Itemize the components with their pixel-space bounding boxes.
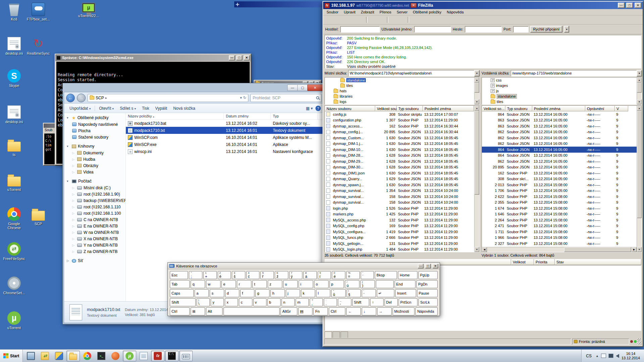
local-file-row[interactable]: MySQL_access.php 132 Soubor PHP 13.12.20… — [325, 217, 479, 223]
expand-icon[interactable]: ▷ — [72, 218, 76, 221]
sidebar-item[interactable]: Stažené soubory — [64, 134, 126, 140]
burn-button[interactable]: Vypálit — [153, 105, 170, 112]
keyboard-key[interactable]: Fn — [313, 307, 328, 315]
keyboard-key[interactable]: Možnosti — [393, 307, 415, 315]
local-file-row[interactable]: login.php 1 526 Soubor PHP 13.12.2014 11… — [325, 205, 479, 211]
remote-file-row[interactable]: 864 Soubor JSON 13.12.2014 16:05:00 -rw-… — [482, 111, 642, 117]
keyboard-key[interactable]: x — [225, 298, 238, 306]
desktop-icon[interactable]: desktop.ini — [2, 105, 26, 124]
maximize-button[interactable]: ▢ — [297, 85, 307, 91]
toolbar-icon[interactable] — [341, 16, 348, 23]
queue-tab[interactable] — [341, 331, 348, 338]
host-input[interactable] — [340, 26, 380, 33]
remote-file-row[interactable]: 2 013 Soubor PHP 13.12.2014 15:08:00 -rw… — [482, 182, 642, 188]
keyboard-key[interactable]: Shift — [352, 298, 369, 306]
keyboard-key[interactable]: |\ — [197, 298, 210, 306]
local-file-row[interactable]: MySQL_login.php 1 484 Soubor PHP 13.12.2… — [325, 247, 479, 253]
sidebar-group-computer[interactable]: ▾ Počítač — [64, 178, 126, 185]
tree-item[interactable]: standalone — [325, 77, 479, 83]
minimize-button[interactable]: — — [618, 3, 625, 8]
minimize-button[interactable]: — — [229, 55, 235, 60]
keyboard-key[interactable]: Pause — [417, 289, 438, 297]
sidebar-item-drive[interactable]: ▷ root (\\192.168.1.90) — [64, 191, 126, 197]
keyboard-key[interactable]: Del — [385, 298, 398, 306]
column-header[interactable]: Velikost — [511, 259, 534, 265]
expand-icon[interactable]: ▷ — [72, 205, 76, 209]
sidebar-item-drive[interactable]: ▷ E na OWNER-NTB — [64, 223, 126, 229]
cmd-titlebar[interactable]: Správce: C:\Windows\system32\cmd.exe — □… — [55, 54, 251, 61]
menu-item[interactable]: Oblíbené položky — [410, 9, 444, 15]
file-row[interactable]: modpack1710.bat 13.12.2014 16:02 Dávkový… — [126, 120, 324, 127]
dropdown-icon[interactable]: ▾ — [637, 70, 642, 76]
toolbar-icon[interactable] — [387, 17, 388, 23]
column-header[interactable]: Typ souboru — [505, 106, 532, 111]
toolbar-icon[interactable] — [378, 16, 385, 23]
keyboard-key[interactable]: () — [360, 280, 375, 288]
column-header[interactable]: Oprávnění — [585, 106, 615, 111]
local-file-row[interactable]: dynmap_DIM-1.j... 1 630 Soubor JSON 13.1… — [325, 141, 479, 147]
menu-item[interactable]: Nápověda — [444, 9, 466, 15]
column-header[interactable]: Velikost sou... — [375, 106, 397, 111]
toolbar-icon[interactable] — [411, 16, 418, 23]
remote-file-row[interactable]: 862 Soubor JSON 13.12.2014 16:05:00 -rw-… — [482, 135, 642, 141]
column-header[interactable]: Typ souboru — [397, 106, 423, 111]
remote-file-row[interactable]: 1 646 Soubor PHP 13.12.2014 15:08:00 -rw… — [482, 211, 642, 217]
queue-tab[interactable] — [325, 331, 332, 338]
remote-file-row[interactable]: 162 Soubor PHP 13.12.2014 16:05:00 -rw-r… — [482, 170, 642, 176]
keyboard-key[interactable]: f — [240, 289, 254, 297]
remote-file-row[interactable]: 864 Soubor JSON 13.12.2014 16:05:00 -rw-… — [482, 153, 642, 159]
keyboard-key[interactable]: Home — [398, 271, 417, 279]
desktop-icon[interactable]: desktop.ini — [2, 37, 26, 55]
scroll-left-icon[interactable]: ◀ — [482, 247, 487, 252]
keyboard-key[interactable]: ˇ´ — [361, 271, 374, 279]
remote-list-scrollbar[interactable]: ▲ ▼ — [637, 106, 642, 252]
queue-tab[interactable] — [333, 331, 340, 338]
sidebar-group-favorites[interactable]: ▾ ★ Oblíbené položky — [64, 114, 126, 121]
keyboard-key[interactable]: u — [283, 280, 298, 288]
sidebar-item[interactable]: ▷ Obrázky — [64, 162, 126, 169]
scroll-down-icon[interactable]: ▼ — [637, 247, 642, 252]
desktop-icon[interactable]: SCP — [26, 207, 50, 226]
keyboard-key[interactable]: ↑ — [370, 298, 383, 306]
tree-item[interactable]: libraries — [325, 94, 479, 99]
keyboard-key[interactable]: Tab — [170, 280, 190, 288]
expand-icon[interactable]: ▷ — [72, 164, 76, 167]
keyboard-key[interactable]: 4č — [246, 271, 260, 279]
desktop-icon[interactable]: uTorrent22... — [77, 3, 101, 18]
taskbar-button[interactable] — [95, 351, 108, 361]
tree-item[interactable]: tiles — [325, 83, 479, 88]
desktop-icon[interactable]: uTorrent — [2, 173, 26, 192]
dropdown-icon[interactable]: ▾ — [474, 70, 480, 76]
background-window-titlebar[interactable]: ✛ — [234, 1, 323, 7]
toolbar-icon[interactable] — [369, 16, 377, 23]
desktop-icon[interactable]: FTPbox_set... — [26, 3, 50, 21]
new-folder-button[interactable]: Nová složka — [170, 105, 198, 112]
language-indicator[interactable]: CS — [584, 353, 593, 359]
close-button[interactable]: ✕ — [244, 55, 250, 60]
taskbar-button[interactable] — [137, 351, 150, 361]
expand-icon[interactable]: ▷ — [72, 237, 76, 241]
menu-item[interactable]: Zobrazit — [358, 9, 377, 15]
sidebar-item[interactable]: ▷ Videa — [64, 169, 126, 175]
column-header[interactable]: V — [615, 106, 628, 111]
keyboard-key[interactable]: ⊞ — [191, 307, 205, 315]
taskbar-button[interactable] — [109, 351, 122, 361]
sidebar-item-drive[interactable]: ▷ root (\\192.168.1.110 — [64, 204, 126, 210]
open-button[interactable]: Otevřít ▾ — [96, 105, 116, 112]
local-file-row[interactable]: dynmap_DIM-30... 1 628 Soubor JSON 13.12… — [325, 164, 479, 170]
local-file-row[interactable]: dynmap_survival... 158 Soubor JSON 13.12… — [325, 194, 479, 200]
taskbar-button[interactable] — [123, 351, 136, 361]
breadcrumb[interactable]: SCP — [96, 96, 104, 100]
remote-file-row[interactable]: 2 355 Soubor PHP 13.12.2014 15:08:00 -rw… — [482, 200, 642, 206]
local-file-row[interactable]: MySQL_getlogin... 131 Soubor PHP 13.12.2… — [325, 241, 479, 247]
keyboard-key[interactable]: Ctrl — [329, 307, 345, 315]
sidebar-item[interactable]: ▷ Hudba — [64, 156, 126, 162]
collapse-icon[interactable]: ▾ — [67, 179, 70, 183]
keyboard-key[interactable]: Shift — [170, 298, 196, 306]
organize-button[interactable]: Uspořádat ▾ — [67, 105, 93, 112]
desktop-icon[interactable]: uTorrent — [2, 311, 26, 330]
expand-icon[interactable]: ▷ — [72, 212, 76, 215]
expand-icon[interactable]: ▷ — [67, 259, 70, 262]
remote-file-row[interactable]: 862 Soubor JSON 13.12.2014 16:05:00 -rw-… — [482, 141, 642, 147]
toolbar-icon[interactable] — [408, 17, 409, 23]
